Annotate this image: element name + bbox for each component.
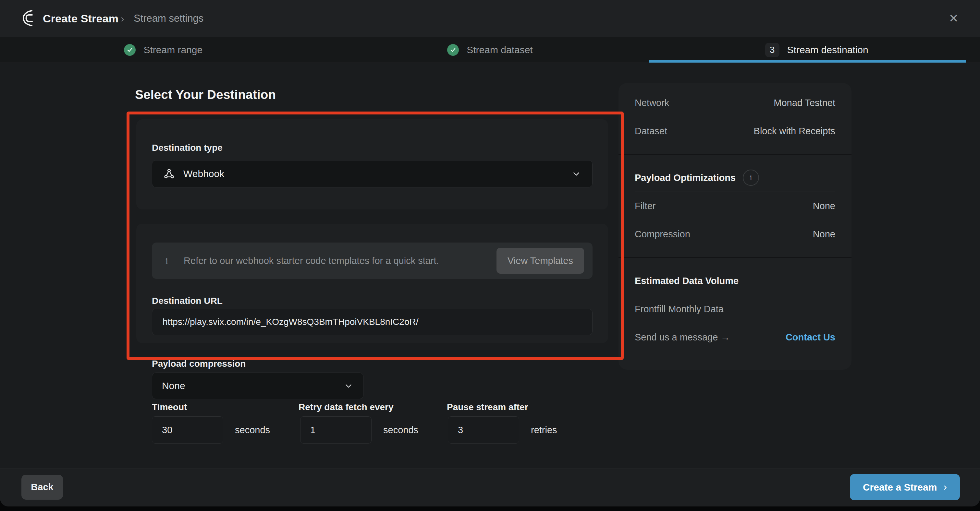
filter-label: Filter [635,201,655,211]
templates-info-banner: i Refer to our webhook starter code temp… [152,243,593,279]
pause-label: Pause stream after [447,402,528,413]
volume-title: Estimated Data Volume [635,276,738,286]
breadcrumb: Stream settings [134,0,204,37]
back-button[interactable]: Back [21,474,63,500]
summary-section-volume: Estimated Data Volume Frontfill Monthly … [619,261,851,357]
destination-type-label: Destination type [152,143,223,153]
view-templates-button[interactable]: View Templates [496,248,584,274]
step-label: Stream range [143,44,202,56]
tab-stream-range[interactable]: Stream range [0,37,327,63]
section-separator [619,154,851,155]
dataset-label: Dataset [635,126,667,136]
webhook-icon [163,168,175,179]
timeout-unit: seconds [235,425,270,435]
destination-url-label: Destination URL [152,296,223,306]
network-label: Network [635,98,669,108]
page-title: Create Stream [43,0,118,37]
pause-unit: retries [531,425,557,435]
compression-value: None [813,229,835,240]
destination-url-input[interactable] [152,309,593,335]
timeout-label: Timeout [152,402,187,413]
step-label: Stream destination [787,44,869,56]
retry-label: Retry data fetch every [299,402,394,413]
summary-row-compression: Compression None [635,220,835,248]
chevron-down-icon [571,169,581,179]
frontfill-label: Frontfill Monthly Data [635,304,724,314]
payload-compression-value: None [162,380,185,391]
destination-type-select[interactable]: Webhook [152,160,593,187]
timeout-field: seconds [152,416,270,444]
compression-label: Compression [635,229,690,240]
chevron-right-icon: › [943,481,947,493]
active-tab-underline [649,60,966,63]
check-icon [124,44,136,56]
dataset-value: Block with Receipts [754,126,835,136]
info-icon: i [165,256,168,266]
step-bar: Stream range Stream dataset 3 Stream des… [0,37,980,63]
tab-stream-dataset[interactable]: Stream dataset [327,37,654,63]
chevron-down-icon [344,381,353,391]
main-content: Select Your Destination Destination type… [0,63,980,469]
summary-section-optimizations: Payload Optimizations i Filter None Comp… [619,158,851,254]
summary-row-dataset: Dataset Block with Receipts [635,117,835,145]
destination-type-card: Destination type Webhook [136,119,608,209]
retry-input[interactable] [300,416,372,444]
footer-bar: Back Create a Stream › [0,468,980,506]
destination-type-value: Webhook [183,168,224,179]
check-icon [447,44,459,56]
summary-row-contact: Send us a message → Contact Us [635,323,835,351]
summary-row-volume-title: Estimated Data Volume [635,267,835,295]
breadcrumb-chevron-icon: › [121,0,124,37]
app-logo-icon [22,10,37,27]
retry-field: seconds [300,416,418,444]
step-label: Stream dataset [467,44,533,56]
create-stream-button[interactable]: Create a Stream › [850,474,960,500]
contact-label: Send us a message → [635,332,730,343]
summary-section-network: Network Monad Testnet Dataset Block with… [619,83,851,151]
info-icon[interactable]: i [743,170,759,186]
filter-value: None [813,201,835,211]
summary-row-optimizations-title: Payload Optimizations i [635,164,835,192]
close-icon[interactable]: ✕ [949,0,959,37]
payload-compression-select[interactable]: None [152,373,363,399]
payload-compression-label: Payload compression [152,359,246,369]
create-stream-label: Create a Stream [863,482,937,493]
webhook-config-card: i Refer to our webhook starter code temp… [136,224,608,343]
network-value: Monad Testnet [774,98,835,108]
create-stream-modal: Create Stream › Stream settings ✕ Stream… [0,0,980,506]
stream-summary-panel: Network Monad Testnet Dataset Block with… [619,83,851,370]
summary-row-frontfill: Frontfill Monthly Data [635,295,835,323]
retry-unit: seconds [383,425,418,435]
section-separator [619,257,851,258]
summary-row-network: Network Monad Testnet [635,89,835,117]
optimizations-title: Payload Optimizations [635,173,736,183]
contact-us-link[interactable]: Contact Us [786,332,835,343]
tab-stream-destination[interactable]: 3 Stream destination [653,37,980,63]
banner-text: Refer to our webhook starter code templa… [184,256,439,266]
header: Create Stream › Stream settings ✕ [0,0,980,37]
step-number-badge: 3 [765,43,780,57]
summary-row-filter: Filter None [635,192,835,220]
pause-field: retries [448,416,557,444]
timeout-input[interactable] [152,416,223,444]
section-heading: Select Your Destination [135,87,276,102]
pause-input[interactable] [448,416,519,444]
